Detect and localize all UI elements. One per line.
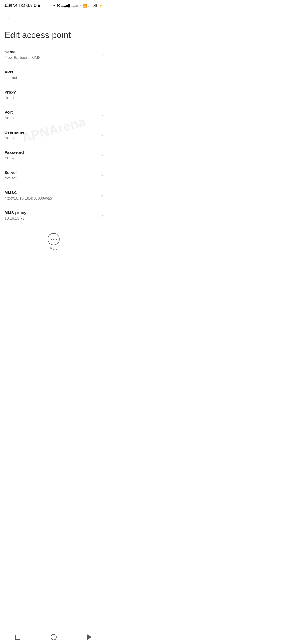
separator: | bbox=[19, 4, 20, 7]
chevron-icon-mms-proxy: › bbox=[101, 213, 103, 218]
settings-item-mmsc-value: http://10.16.18.4:38090/was bbox=[4, 196, 99, 200]
settings-item-proxy[interactable]: Proxy Not set › bbox=[0, 85, 107, 105]
back-arrow-icon: ← bbox=[6, 15, 12, 21]
network-speed: 0.7KB/s bbox=[21, 4, 32, 7]
header: ← bbox=[0, 10, 107, 25]
settings-item-mms-proxy-content: MMS proxy 10.16.18.77 bbox=[4, 210, 99, 220]
chevron-icon-apn: › bbox=[101, 72, 103, 77]
chevron-icon-username: › bbox=[101, 133, 103, 138]
settings-item-proxy-content: Proxy Not set bbox=[4, 90, 99, 100]
settings-item-port-content: Port Not set bbox=[4, 110, 99, 120]
settings-item-apn-label: APN bbox=[4, 70, 99, 74]
wifi-icon: 📶 bbox=[82, 4, 87, 8]
settings-item-server-value: Not set bbox=[4, 176, 99, 180]
time: 11:35 AM bbox=[4, 4, 17, 7]
signal2-icon: ▂▄▆ bbox=[71, 4, 78, 7]
chevron-icon-password: › bbox=[101, 153, 103, 158]
chevron-icon-name: › bbox=[101, 52, 103, 57]
no-signal-icon: ✕ bbox=[79, 4, 81, 7]
back-button[interactable]: ← bbox=[4, 13, 14, 23]
status-right: ∗ 4G ▂▄▆█ ▂▄▆ ✕ 📶 38 ⚡ bbox=[53, 3, 103, 8]
status-left: 11:35 AM | 0.7KB/s ⚙ ▶ bbox=[4, 4, 41, 8]
chevron-icon-port: › bbox=[101, 113, 103, 118]
settings-item-mms-proxy-label: MMS proxy bbox=[4, 210, 99, 215]
settings-item-server-label: Server bbox=[4, 170, 99, 175]
status-bar: 11:35 AM | 0.7KB/s ⚙ ▶ ∗ 4G ▂▄▆█ ▂▄▆ ✕ 📶… bbox=[0, 0, 107, 10]
settings-item-proxy-value: Not set bbox=[4, 95, 99, 100]
settings-item-mmsc-label: MMSC bbox=[4, 190, 99, 195]
settings-item-password-value: Not set bbox=[4, 156, 99, 160]
settings-item-username-value: Not set bbox=[4, 136, 99, 140]
settings-item-username[interactable]: Username Not set › bbox=[0, 125, 107, 145]
settings-item-name-value: Flow-Barbados-MMS bbox=[4, 55, 99, 60]
settings-item-apn[interactable]: APN internet › bbox=[0, 65, 107, 85]
settings-item-name[interactable]: Name Flow-Barbados-MMS › bbox=[0, 45, 107, 65]
settings-item-password-content: Password Not set bbox=[4, 150, 99, 160]
settings-item-apn-value: internet bbox=[4, 75, 99, 80]
camera-icon: ▶ bbox=[38, 4, 41, 8]
settings-item-server[interactable]: Server Not set › bbox=[0, 165, 107, 185]
settings-item-username-label: Username bbox=[4, 130, 99, 135]
4g-icon: 4G bbox=[57, 4, 60, 7]
battery-container: 38 bbox=[88, 3, 98, 8]
dot1 bbox=[51, 239, 52, 240]
dot2 bbox=[53, 239, 54, 240]
settings-item-proxy-label: Proxy bbox=[4, 90, 99, 94]
settings-item-username-content: Username Not set bbox=[4, 130, 99, 140]
more-circle-icon bbox=[48, 233, 60, 245]
page-title: Edit access point bbox=[0, 25, 107, 42]
settings-item-password[interactable]: Password Not set › bbox=[0, 145, 107, 165]
settings-item-port-label: Port bbox=[4, 110, 99, 114]
settings-item-apn-content: APN internet bbox=[4, 70, 99, 80]
settings-item-mmsc[interactable]: MMSC http://10.16.18.4:38090/was › bbox=[0, 185, 107, 205]
more-button[interactable]: More bbox=[48, 233, 60, 250]
settings-item-port-value: Not set bbox=[4, 116, 99, 120]
settings-item-name-label: Name bbox=[4, 50, 99, 54]
settings-item-mms-proxy-value: 10.16.18.77 bbox=[4, 216, 99, 220]
signal-icon: ▂▄▆█ bbox=[61, 4, 70, 7]
chevron-icon-mmsc: › bbox=[101, 193, 103, 198]
dot3 bbox=[56, 239, 57, 240]
chevron-icon-proxy: › bbox=[101, 92, 103, 97]
chevron-icon-server: › bbox=[101, 173, 103, 178]
settings-item-name-content: Name Flow-Barbados-MMS bbox=[4, 50, 99, 60]
more-section: More bbox=[0, 228, 107, 255]
settings-icon: ⚙ bbox=[34, 4, 37, 8]
more-label: More bbox=[50, 246, 58, 250]
bluetooth-icon: ∗ bbox=[53, 4, 56, 7]
settings-item-port[interactable]: Port Not set › bbox=[0, 105, 107, 125]
settings-item-password-label: Password bbox=[4, 150, 99, 155]
settings-list: Name Flow-Barbados-MMS › APN internet › … bbox=[0, 42, 107, 228]
settings-item-server-content: Server Not set bbox=[4, 170, 99, 180]
charging-icon: ⚡ bbox=[99, 4, 103, 7]
settings-item-mmsc-content: MMSC http://10.16.18.4:38090/was bbox=[4, 190, 99, 200]
settings-item-mms-proxy[interactable]: MMS proxy 10.16.18.77 › bbox=[0, 205, 107, 225]
